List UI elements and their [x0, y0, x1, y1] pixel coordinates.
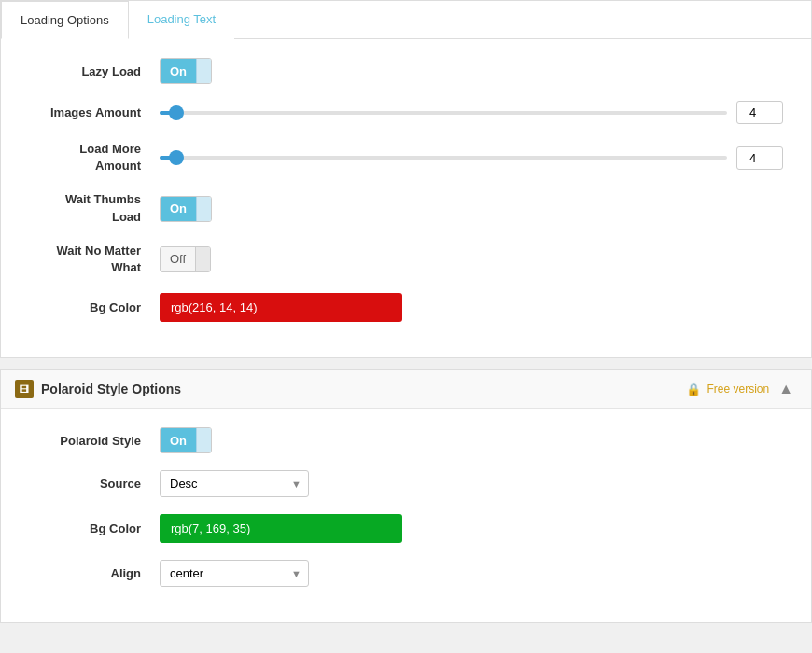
tab-loading-text[interactable]: Loading Text [129, 1, 235, 39]
polaroid-bg-color-swatch[interactable]: rgb(7, 169, 35) [160, 514, 402, 543]
polaroid-bg-color-control: rgb(7, 169, 35) [160, 514, 783, 543]
bg-color-control: rgb(216, 14, 14) [160, 293, 783, 322]
polaroid-section-header: 🎞 Polaroid Style Options 🔒 Free version … [1, 370, 811, 409]
bg-color-row: Bg Color rgb(216, 14, 14) [29, 293, 783, 322]
wait-no-matter-label: Wait No MatterWhat [29, 243, 160, 276]
source-select-wrap: Desc Title Alt Caption ▼ [160, 470, 309, 497]
bg-color-label: Bg Color [29, 300, 160, 314]
wait-thumbs-load-toggle[interactable]: On [160, 196, 212, 222]
wait-no-matter-toggle[interactable]: Off [160, 246, 211, 272]
load-more-amount-slider-container [160, 146, 783, 170]
polaroid-options-content: Polaroid Style On Source Desc Title Alt … [1, 409, 811, 622]
wait-thumbs-load-control: On [160, 196, 783, 222]
polaroid-style-toggle[interactable]: On [160, 427, 212, 453]
toggle-on-label: On [161, 59, 196, 83]
wait-no-matter-row: Wait No MatterWhat Off [29, 243, 783, 276]
polaroid-bg-color-label: Bg Color [29, 521, 160, 535]
polaroid-section-title: Polaroid Style Options [41, 382, 181, 396]
lazy-load-control: On [160, 58, 783, 84]
images-amount-slider-container [160, 101, 783, 124]
lazy-load-label: Lazy Load [29, 64, 160, 78]
align-label: Align [29, 566, 160, 580]
lock-icon: 🔒 [686, 382, 701, 396]
align-select[interactable]: center left right [160, 560, 309, 587]
load-more-amount-label: Load MoreAmount [29, 141, 160, 174]
polaroid-style-row: Polaroid Style On [29, 427, 783, 453]
wait-thumbs-load-label: Wait ThumbsLoad [29, 191, 160, 225]
images-amount-track [160, 111, 727, 115]
lazy-load-toggle[interactable]: On [160, 58, 212, 84]
tab-loading-options[interactable]: Loading Options [1, 1, 129, 39]
polaroid-header-right: 🔒 Free version ▲ [686, 381, 797, 397]
source-row: Source Desc Title Alt Caption ▼ [29, 470, 783, 497]
align-select-wrap: center left right ▼ [160, 560, 309, 587]
images-amount-input[interactable] [736, 101, 783, 124]
images-amount-label: Images Amount [29, 105, 160, 119]
loading-options-panel: Loading Options Loading Text Lazy Load O… [0, 0, 812, 358]
polaroid-style-control: On [160, 427, 783, 453]
tab-bar: Loading Options Loading Text [1, 1, 811, 39]
collapse-button[interactable]: ▲ [775, 381, 797, 397]
lazy-load-row: Lazy Load On [29, 58, 783, 84]
polaroid-toggle-handle [196, 428, 211, 452]
source-select[interactable]: Desc Title Alt Caption [160, 470, 309, 497]
polaroid-options-panel: 🎞 Polaroid Style Options 🔒 Free version … [0, 369, 812, 623]
load-more-amount-control [160, 146, 783, 170]
polaroid-icon: 🎞 [15, 380, 34, 398]
load-more-amount-track [160, 156, 727, 160]
align-row: Align center left right ▼ [29, 560, 783, 587]
loading-options-content: Lazy Load On Images Amount [1, 39, 811, 357]
wait-no-matter-control: Off [160, 246, 783, 272]
source-label: Source [29, 477, 160, 491]
polaroid-header-left: 🎞 Polaroid Style Options [15, 380, 181, 398]
toggle-handle [196, 59, 211, 83]
wait-thumbs-toggle-handle [196, 197, 211, 221]
images-amount-row: Images Amount [29, 101, 783, 124]
polaroid-toggle-on-label: On [161, 428, 196, 452]
align-control: center left right ▼ [160, 560, 783, 587]
source-control: Desc Title Alt Caption ▼ [160, 470, 783, 497]
bg-color-swatch[interactable]: rgb(216, 14, 14) [160, 293, 402, 322]
polaroid-style-label: Polaroid Style [29, 434, 160, 448]
load-more-amount-row: Load MoreAmount [29, 141, 783, 174]
wait-no-matter-toggle-handle [195, 247, 210, 271]
load-more-amount-input[interactable] [736, 146, 783, 170]
wait-thumbs-load-row: Wait ThumbsLoad On [29, 191, 783, 225]
polaroid-bg-color-row: Bg Color rgb(7, 169, 35) [29, 514, 783, 543]
free-version-label: Free version [707, 382, 769, 396]
wait-thumbs-toggle-on-label: On [161, 197, 196, 221]
wait-no-matter-toggle-off-label: Off [161, 247, 195, 271]
load-more-amount-thumb[interactable] [169, 150, 184, 165]
images-amount-control [160, 101, 783, 124]
images-amount-thumb[interactable] [169, 105, 184, 120]
